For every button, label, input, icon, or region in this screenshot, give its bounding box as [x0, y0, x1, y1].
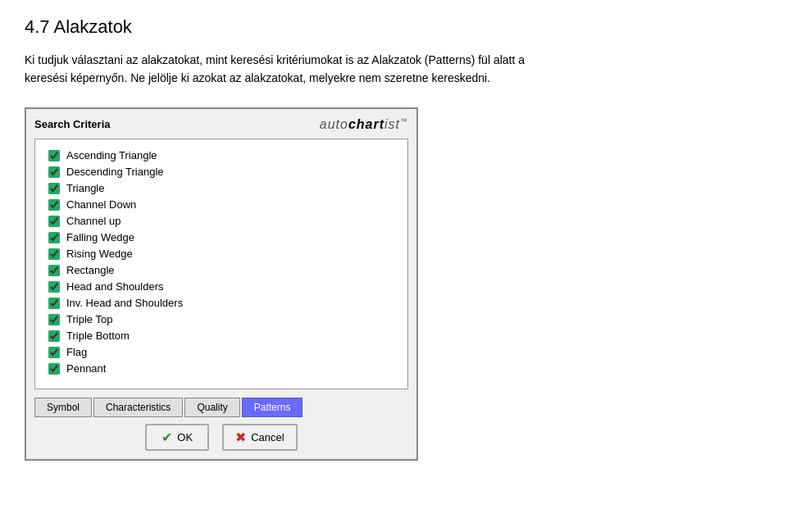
pattern-checkbox[interactable]	[48, 298, 60, 309]
ok-button[interactable]: ✔ OK	[145, 424, 209, 451]
pattern-label: Triple Top	[66, 313, 112, 325]
ok-label: OK	[177, 431, 193, 443]
tab-symbol[interactable]: Symbol	[34, 398, 92, 417]
dialog-title: Search Criteria	[34, 118, 111, 130]
pattern-checkbox[interactable]	[48, 199, 60, 211]
checkbox-item: Triple Bottom	[48, 330, 394, 342]
pattern-checkbox[interactable]	[48, 166, 60, 178]
pattern-label: Channel Down	[66, 198, 136, 211]
pattern-checkbox[interactable]	[48, 232, 60, 243]
checkbox-item: Head and Shoulders	[48, 280, 394, 293]
patterns-list-box: Ascending TriangleDescending TriangleTri…	[34, 139, 408, 389]
autochartist-logo: autochartist™	[320, 117, 408, 132]
pattern-checkbox[interactable]	[48, 330, 60, 342]
pattern-label: Triple Bottom	[66, 330, 130, 342]
pattern-checkbox[interactable]	[48, 265, 60, 276]
pattern-checkbox[interactable]	[48, 281, 60, 293]
checkbox-item: Triple Top	[48, 313, 394, 325]
tabs-row: SymbolCharacteristicsQualityPatterns	[34, 398, 408, 417]
tab-patterns[interactable]: Patterns	[242, 398, 303, 417]
tab-characteristics[interactable]: Characteristics	[93, 398, 183, 417]
dialog-footer: ✔ OK ✖ Cancel	[34, 424, 408, 451]
checkbox-item: Channel up	[48, 215, 394, 227]
pattern-checkbox[interactable]	[48, 363, 60, 375]
checkbox-item: Triangle	[48, 182, 394, 194]
checkbox-item: Pennant	[48, 362, 394, 375]
pattern-checkbox[interactable]	[48, 183, 60, 194]
pattern-label: Descending Triangle	[66, 166, 164, 178]
pattern-checkbox[interactable]	[48, 216, 60, 227]
pattern-label: Falling Wedge	[66, 231, 134, 243]
pattern-label: Channel up	[66, 215, 121, 227]
pattern-label: Triangle	[66, 182, 104, 194]
pattern-label: Ascending Triangle	[66, 149, 157, 161]
cancel-icon: ✖	[235, 430, 246, 445]
search-criteria-dialog: Search Criteria autochartist™ Ascending …	[25, 107, 418, 461]
checkbox-item: Flag	[48, 346, 394, 358]
pattern-label: Pennant	[66, 362, 106, 375]
checkbox-item: Rising Wedge	[48, 248, 394, 260]
intro-text: Ki tudjuk választani az alakzatokat, min…	[25, 51, 697, 88]
cancel-button[interactable]: ✖ Cancel	[222, 424, 297, 451]
checkbox-item: Inv. Head and Shoulders	[48, 297, 394, 309]
pattern-checkbox[interactable]	[48, 150, 60, 161]
ok-icon: ✔	[161, 430, 172, 445]
checkbox-item: Falling Wedge	[48, 231, 394, 243]
dialog-header: Search Criteria autochartist™	[34, 117, 408, 132]
pattern-label: Inv. Head and Shoulders	[66, 297, 183, 309]
cancel-label: Cancel	[251, 431, 284, 443]
pattern-checkbox[interactable]	[48, 347, 60, 358]
checkbox-item: Descending Triangle	[48, 166, 394, 178]
tab-quality[interactable]: Quality	[184, 398, 239, 417]
pattern-label: Head and Shoulders	[66, 280, 164, 293]
page-title: 4.7 Alakzatok	[25, 16, 762, 38]
pattern-label: Rising Wedge	[66, 248, 133, 260]
checkbox-item: Channel Down	[48, 198, 394, 211]
checkbox-item: Rectangle	[48, 264, 394, 276]
intro-line2: keresési képernyőn. Ne jelölje ki azokat…	[25, 71, 490, 84]
pattern-label: Rectangle	[66, 264, 115, 276]
pattern-label: Flag	[66, 346, 87, 358]
checkbox-item: Ascending Triangle	[48, 149, 394, 161]
pattern-checkbox[interactable]	[48, 248, 60, 260]
intro-line1: Ki tudjuk választani az alakzatokat, min…	[25, 53, 525, 66]
pattern-checkbox[interactable]	[48, 314, 60, 325]
